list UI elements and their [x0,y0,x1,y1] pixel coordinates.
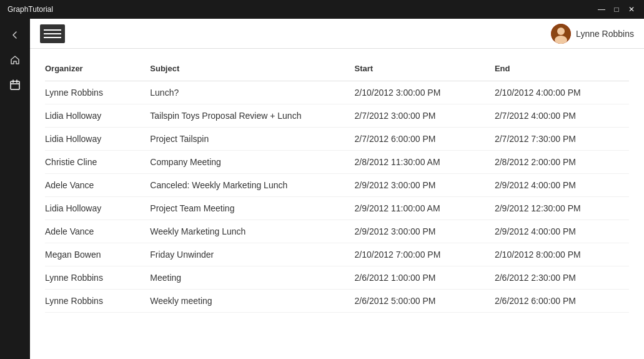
table-row: Adele VanceWeekly Marketing Lunch2/9/201… [45,220,629,243]
table-row: Lynne RobbinsMeeting2/6/2012 1:00:00 PM2… [45,266,629,290]
cell-organizer: Lidia Holloway [45,197,150,220]
cell-organizer: Lidia Holloway [45,104,150,128]
cell-subject: Meeting [150,266,354,290]
cell-end: 2/10/2012 4:00:00 PM [495,81,629,104]
table-row: Adele VanceCanceled: Weekly Marketing Lu… [45,174,629,197]
profile-area[interactable]: Lynne Robbins [551,24,634,44]
calendar-button[interactable] [4,74,26,96]
cell-organizer: Adele Vance [45,174,150,197]
profile-name: Lynne Robbins [576,29,634,39]
cell-end: 2/10/2012 8:00:00 PM [495,243,629,266]
table-header-row: Organizer Subject Start End [45,59,629,81]
col-header-end: End [495,59,629,81]
cell-start: 2/10/2012 3:00:00 PM [355,81,495,104]
minimize-button[interactable]: — [597,5,607,14]
avatar [551,24,571,44]
window-controls: — □ ✕ [597,5,637,14]
app-title: GraphTutorial [7,5,53,14]
table-row: Lidia HollowayProject Team Meeting2/9/20… [45,197,629,220]
table-row: Lidia HollowayProject Tailspin2/7/2012 6… [45,128,629,151]
table-row: Lidia HollowayTailspin Toys Proposal Rev… [45,104,629,128]
cell-organizer: Lidia Holloway [45,128,150,151]
cell-start: 2/9/2012 3:00:00 PM [355,174,495,197]
col-header-subject: Subject [150,59,354,81]
cell-organizer: Adele Vance [45,220,150,243]
cell-end: 2/9/2012 12:30:00 PM [495,197,629,220]
cell-start: 2/6/2012 5:00:00 PM [355,290,495,313]
svg-rect-0 [11,81,19,89]
cell-start: 2/9/2012 3:00:00 PM [355,220,495,243]
cell-end: 2/6/2012 6:00:00 PM [495,290,629,313]
cell-subject: Weekly meeting [150,290,354,313]
cell-start: 2/8/2012 11:30:00 AM [355,151,495,174]
cell-subject: Lunch? [150,81,354,104]
col-header-start: Start [355,59,495,81]
cell-subject: Project Tailspin [150,128,354,151]
col-header-organizer: Organizer [45,59,150,81]
cell-organizer: Lynne Robbins [45,290,150,313]
cell-organizer: Lynne Robbins [45,81,150,104]
table-row: Christie ClineCompany Meeting2/8/2012 11… [45,151,629,174]
hamburger-line-2 [44,33,61,34]
cell-subject: Project Team Meeting [150,197,354,220]
cell-start: 2/6/2012 1:00:00 PM [355,266,495,290]
main-content: Lynne Robbins Organizer Subject Start En… [30,19,644,359]
top-bar: Lynne Robbins [30,19,644,49]
cell-end: 2/7/2012 7:30:00 PM [495,128,629,151]
cell-start: 2/9/2012 11:00:00 AM [355,197,495,220]
home-button[interactable] [4,49,26,71]
cell-end: 2/9/2012 4:00:00 PM [495,220,629,243]
cell-organizer: Lynne Robbins [45,266,150,290]
hamburger-menu[interactable] [40,24,65,43]
table-row: Lynne RobbinsLunch?2/10/2012 3:00:00 PM2… [45,81,629,104]
back-button[interactable] [4,24,26,46]
cell-end: 2/6/2012 2:30:00 PM [495,266,629,290]
sidebar [0,19,30,359]
svg-point-5 [557,28,565,35]
table-container: Organizer Subject Start End Lynne Robbin… [30,49,644,359]
cell-end: 2/8/2012 2:00:00 PM [495,151,629,174]
events-table: Organizer Subject Start End Lynne Robbin… [45,59,629,313]
cell-subject: Tailspin Toys Proposal Review + Lunch [150,104,354,128]
maximize-button[interactable]: □ [612,5,622,14]
table-row: Lynne RobbinsWeekly meeting2/6/2012 5:00… [45,290,629,313]
cell-start: 2/7/2012 6:00:00 PM [355,128,495,151]
cell-subject: Company Meeting [150,151,354,174]
title-bar: GraphTutorial — □ ✕ [0,0,644,19]
close-button[interactable]: ✕ [627,5,637,14]
top-bar-center [40,24,65,43]
cell-subject: Friday Unwinder [150,243,354,266]
cell-subject: Canceled: Weekly Marketing Lunch [150,174,354,197]
cell-organizer: Christie Cline [45,151,150,174]
cell-organizer: Megan Bowen [45,243,150,266]
hamburger-line-3 [44,37,61,38]
cell-subject: Weekly Marketing Lunch [150,220,354,243]
cell-start: 2/10/2012 7:00:00 PM [355,243,495,266]
cell-end: 2/7/2012 4:00:00 PM [495,104,629,128]
hamburger-line-1 [44,29,61,31]
cell-end: 2/9/2012 4:00:00 PM [495,174,629,197]
table-row: Megan BowenFriday Unwinder2/10/2012 7:00… [45,243,629,266]
cell-start: 2/7/2012 3:00:00 PM [355,104,495,128]
app-container: Lynne Robbins Organizer Subject Start En… [0,19,644,359]
